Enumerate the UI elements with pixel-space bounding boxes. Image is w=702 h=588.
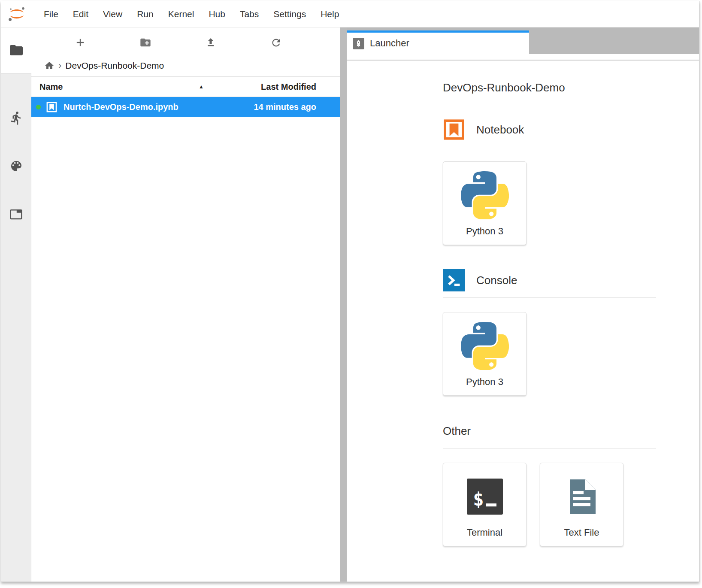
section-divider xyxy=(443,448,656,449)
jupyterlab-window: File Edit View Run Kernel Hub Tabs Setti… xyxy=(1,1,699,582)
panel-splitter-handle[interactable] xyxy=(340,27,347,582)
sort-ascending-icon: ▲ xyxy=(199,84,204,90)
card-label: Python 3 xyxy=(466,226,503,245)
left-sidebar xyxy=(1,27,31,582)
breadcrumb: › DevOps-Runbook-Demo xyxy=(31,55,340,76)
palette-icon xyxy=(9,159,23,173)
launcher-card-terminal[interactable]: $ Terminal xyxy=(443,463,526,546)
section-label: Other xyxy=(443,424,471,438)
upload-button[interactable] xyxy=(178,36,243,48)
new-launcher-button[interactable] xyxy=(48,36,113,48)
menu-bar: File Edit View Run Kernel Hub Tabs Setti… xyxy=(1,1,699,27)
main-dock-panel: Launcher DevOps-Runbook-Demo Notebook xyxy=(347,27,699,582)
notebook-icon xyxy=(443,118,465,141)
section-label: Console xyxy=(476,274,517,287)
column-header-name[interactable]: Name ▲ xyxy=(31,77,222,97)
launcher-card-notebook-python3[interactable]: Python 3 xyxy=(443,161,526,245)
sidebar-tab-open-tabs[interactable] xyxy=(1,190,31,238)
console-icon xyxy=(443,269,465,291)
sidebar-inactive-area xyxy=(1,73,31,582)
card-label: Python 3 xyxy=(466,376,503,395)
sidebar-tab-commands[interactable] xyxy=(1,142,31,190)
menu-hub[interactable]: Hub xyxy=(201,9,233,19)
section-header: Notebook xyxy=(443,118,699,141)
column-header-last-modified[interactable]: Last Modified xyxy=(222,82,340,92)
textfile-icon xyxy=(561,476,602,517)
refresh-icon xyxy=(270,37,282,48)
launcher-card-console-python3[interactable]: Python 3 xyxy=(443,312,526,396)
dock-tab-bar: Launcher xyxy=(347,27,699,54)
tab-launcher-label: Launcher xyxy=(370,38,409,49)
file-browser-toolbar xyxy=(31,27,340,55)
breadcrumb-current-folder[interactable]: DevOps-Runbook-Demo xyxy=(65,61,164,71)
python-icon xyxy=(461,322,509,370)
file-list-header: Name ▲ Last Modified xyxy=(31,76,340,97)
launcher-card-text-file[interactable]: Text File xyxy=(540,463,623,546)
launcher-section-other: Other $ Terminal xyxy=(443,420,699,546)
running-man-icon xyxy=(9,111,24,125)
plus-icon xyxy=(74,36,86,48)
file-browser-panel: › DevOps-Runbook-Demo Name ▲ Last Modifi… xyxy=(31,27,340,582)
launcher-section-console: Console Python 3 xyxy=(443,269,699,396)
section-label: Notebook xyxy=(476,123,524,136)
launcher-body: DevOps-Runbook-Demo Notebook xyxy=(347,61,699,582)
home-icon[interactable] xyxy=(44,61,54,71)
tab-bar-gap xyxy=(347,54,699,60)
tabs-icon xyxy=(9,208,23,221)
python-icon xyxy=(461,171,509,219)
launcher-section-notebook: Notebook Python 3 xyxy=(443,118,699,245)
menu-settings[interactable]: Settings xyxy=(266,9,313,19)
section-divider xyxy=(443,147,656,147)
section-header: Console xyxy=(443,269,699,291)
sidebar-tab-files[interactable] xyxy=(1,27,31,73)
tab-launcher[interactable]: Launcher xyxy=(347,30,529,54)
new-folder-icon xyxy=(139,36,151,48)
sidebar-tab-running-sessions[interactable] xyxy=(1,94,31,142)
card-label: Text File xyxy=(564,527,599,546)
menu-help[interactable]: Help xyxy=(313,9,346,19)
terminal-icon: $ xyxy=(467,479,503,515)
file-name: Nurtch-DevOps-Demo.ipynb xyxy=(64,102,179,112)
notebook-file-icon xyxy=(46,101,57,113)
folder-icon xyxy=(9,42,24,58)
upload-icon xyxy=(205,36,217,48)
menu-kernel[interactable]: Kernel xyxy=(161,9,202,19)
file-last-modified: 14 minutes ago xyxy=(254,102,340,112)
menu-run[interactable]: Run xyxy=(130,9,161,19)
file-row-selected[interactable]: Nurtch-DevOps-Demo.ipynb 14 minutes ago xyxy=(31,97,340,117)
menu-tabs[interactable]: Tabs xyxy=(233,9,266,19)
section-divider xyxy=(443,297,656,298)
menu-file[interactable]: File xyxy=(36,9,66,19)
refresh-button[interactable] xyxy=(243,37,309,48)
menu-edit[interactable]: Edit xyxy=(66,9,96,19)
launcher-cwd-title: DevOps-Runbook-Demo xyxy=(443,81,699,94)
kernel-running-indicator xyxy=(36,105,41,109)
menu-view[interactable]: View xyxy=(96,9,130,19)
launcher-rocket-icon xyxy=(353,38,364,49)
breadcrumb-separator: › xyxy=(58,60,61,71)
section-header: Other xyxy=(443,420,699,442)
name-column-label: Name xyxy=(39,82,63,92)
new-folder-button[interactable] xyxy=(113,36,178,48)
jupyter-logo-icon xyxy=(6,6,27,22)
card-label: Terminal xyxy=(467,527,502,546)
